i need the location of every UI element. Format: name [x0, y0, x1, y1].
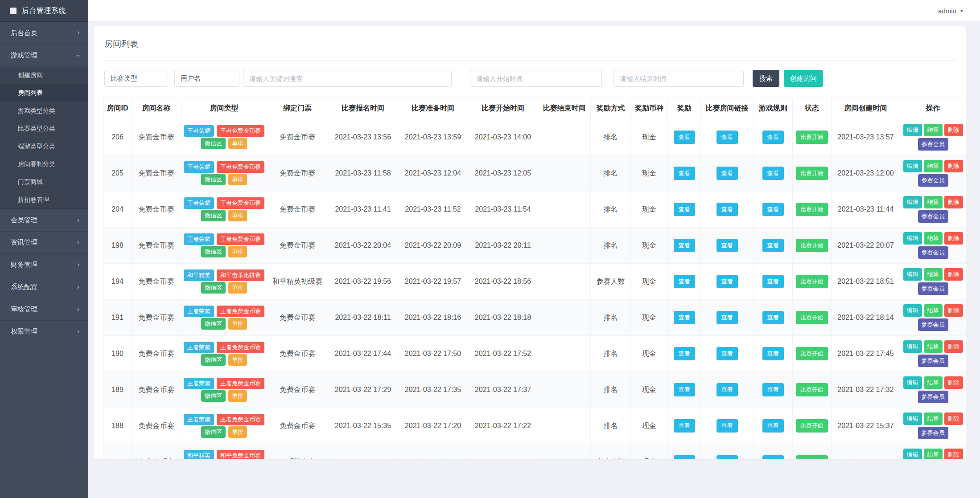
- delete-button[interactable]: 删除: [944, 124, 963, 136]
- members-button[interactable]: 参赛会员: [918, 210, 948, 223]
- members-button[interactable]: 参赛会员: [918, 246, 948, 259]
- members-button[interactable]: 参赛会员: [918, 427, 948, 439]
- delete-button[interactable]: 删除: [944, 268, 963, 281]
- settle-button[interactable]: 结算: [924, 304, 943, 317]
- reward-view-button[interactable]: 查看: [674, 275, 695, 288]
- rules-view-button[interactable]: 查看: [762, 275, 784, 288]
- delete-button[interactable]: 删除: [944, 196, 963, 208]
- delete-button[interactable]: 删除: [944, 376, 963, 389]
- edit-button[interactable]: 编辑: [903, 340, 922, 353]
- room-link-view-button[interactable]: 查看: [716, 347, 738, 360]
- settle-button[interactable]: 结算: [924, 268, 943, 281]
- delete-button[interactable]: 删除: [944, 304, 963, 317]
- sidebar-item-finance[interactable]: 财务管理›: [0, 253, 88, 276]
- admin-dropdown[interactable]: admin ▾: [938, 7, 963, 15]
- edit-button[interactable]: 编辑: [903, 376, 922, 389]
- sidebar-item-create-room[interactable]: 创建房间: [0, 66, 88, 84]
- members-button[interactable]: 参赛会员: [918, 318, 948, 331]
- room-type-badge: 王者荣耀: [184, 233, 214, 245]
- reward-view-button[interactable]: 查看: [674, 239, 695, 252]
- members-button[interactable]: 参赛会员: [918, 355, 948, 367]
- reward-view-button[interactable]: 查看: [674, 203, 695, 216]
- rules-view-button[interactable]: 查看: [762, 239, 784, 252]
- username-select[interactable]: 用户名: [174, 70, 239, 87]
- settle-button[interactable]: 结算: [924, 376, 943, 389]
- sidebar-item-pc-game-type[interactable]: 端游类型分类: [0, 138, 88, 155]
- settle-button[interactable]: 结算: [924, 340, 943, 353]
- sidebar-item-member[interactable]: 会员管理›: [0, 209, 88, 231]
- rules-view-button[interactable]: 查看: [762, 383, 784, 396]
- room-link-view-button[interactable]: 查看: [716, 167, 738, 180]
- sidebar-item-news[interactable]: 资讯管理›: [0, 231, 88, 253]
- room-link-view-button[interactable]: 查看: [716, 311, 738, 324]
- sidebar-item-game-type[interactable]: 游戏类型分类: [0, 102, 88, 120]
- settle-button[interactable]: 结算: [924, 196, 943, 208]
- rules-view-button[interactable]: 查看: [762, 203, 784, 216]
- room-link-view-button[interactable]: 查看: [716, 275, 738, 288]
- settle-button[interactable]: 结算: [924, 160, 943, 172]
- members-button[interactable]: 参赛会员: [918, 174, 948, 187]
- sidebar-item-game[interactable]: 游戏管理›: [0, 44, 88, 66]
- reward-view-button[interactable]: 查看: [674, 167, 695, 180]
- members-button[interactable]: 参赛会员: [918, 282, 948, 295]
- sidebar-item-room-format[interactable]: 房间赛制分类: [0, 155, 88, 173]
- rules-view-button[interactable]: 查看: [762, 311, 784, 324]
- room-link-view-button[interactable]: 查看: [716, 203, 738, 216]
- settle-button[interactable]: 结算: [924, 124, 943, 136]
- settle-button[interactable]: 结算: [924, 412, 943, 425]
- rules-view-button[interactable]: 查看: [762, 347, 784, 360]
- delete-button[interactable]: 删除: [944, 340, 963, 353]
- delete-button[interactable]: 删除: [944, 412, 963, 425]
- reward-view-button[interactable]: 查看: [674, 347, 695, 360]
- delete-button[interactable]: 删除: [944, 232, 963, 245]
- room-link-view-button[interactable]: 查看: [716, 455, 738, 459]
- sidebar-item-room-list[interactable]: 房间列表: [0, 84, 88, 102]
- match-type-select[interactable]: 比赛类型: [104, 70, 168, 87]
- reward-view-button[interactable]: 查看: [674, 383, 695, 396]
- reward-view-button[interactable]: 查看: [674, 419, 695, 433]
- badge-line: 王者荣耀王者免费金币赛: [183, 233, 265, 245]
- reward-view-button[interactable]: 查看: [674, 311, 695, 324]
- edit-button[interactable]: 编辑: [903, 412, 922, 425]
- edit-button[interactable]: 编辑: [903, 304, 922, 317]
- sidebar-item-match-type[interactable]: 比赛类型分类: [0, 120, 88, 138]
- room-link-view-button[interactable]: 查看: [716, 131, 738, 144]
- sidebar-item-audit[interactable]: 审核管理›: [0, 298, 88, 320]
- reward-view-button[interactable]: 查看: [674, 455, 695, 459]
- sidebar-item-system[interactable]: 系统配置›: [0, 276, 88, 298]
- room-type-badge: 王者荣耀: [184, 197, 214, 209]
- chevron-down-icon: ›: [74, 54, 82, 57]
- search-button[interactable]: 搜索: [753, 70, 779, 87]
- room-link-view-button[interactable]: 查看: [716, 239, 738, 252]
- reward-view-button[interactable]: 查看: [674, 131, 695, 144]
- members-button[interactable]: 参赛会员: [918, 138, 948, 151]
- members-button[interactable]: 参赛会员: [918, 391, 948, 403]
- settle-button[interactable]: 结算: [924, 232, 943, 245]
- edit-button[interactable]: 编辑: [903, 124, 922, 136]
- room-link-view-button[interactable]: 查看: [716, 419, 738, 433]
- room-link-view-button[interactable]: 查看: [716, 383, 738, 396]
- edit-button[interactable]: 编辑: [903, 232, 922, 245]
- rules-view-button[interactable]: 查看: [762, 455, 784, 459]
- create-room-button[interactable]: 创建房间: [784, 70, 823, 87]
- end-time-input[interactable]: [614, 70, 744, 87]
- sidebar-item-coupon[interactable]: 折扣卷管理: [0, 191, 88, 209]
- rules-view-button-cell: 查看: [754, 372, 793, 408]
- edit-button[interactable]: 编辑: [903, 449, 922, 459]
- start-time-input[interactable]: [470, 70, 602, 87]
- status-badge: 比赛开始: [796, 275, 828, 288]
- sidebar-item-ticket-shop[interactable]: 门票商城: [0, 173, 88, 191]
- sidebar-item-permission[interactable]: 权限管理›: [0, 320, 88, 343]
- keyword-search-input[interactable]: [243, 70, 452, 87]
- end-time-cell: [538, 336, 591, 372]
- rules-view-button[interactable]: 查看: [762, 167, 784, 180]
- settle-button[interactable]: 结算: [924, 449, 943, 459]
- edit-button[interactable]: 编辑: [903, 160, 922, 172]
- sidebar-item-home[interactable]: 后台首页›: [0, 22, 88, 44]
- edit-button[interactable]: 编辑: [903, 268, 922, 281]
- rules-view-button[interactable]: 查看: [762, 131, 784, 144]
- delete-button[interactable]: 删除: [944, 449, 963, 459]
- edit-button[interactable]: 编辑: [903, 196, 922, 208]
- rules-view-button[interactable]: 查看: [762, 419, 784, 433]
- delete-button[interactable]: 删除: [944, 160, 963, 172]
